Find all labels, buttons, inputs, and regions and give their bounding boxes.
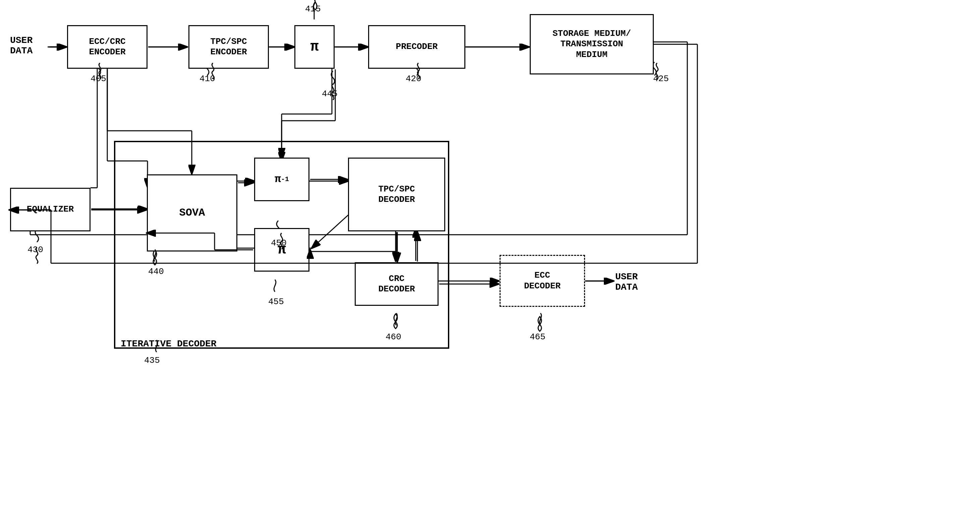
tpc-spc-decoder-box: TPC/SPCDECODER [348, 157, 445, 231]
ref-425: 425 [653, 74, 669, 84]
ecc-decoder-box: ECCDECODER [500, 255, 585, 307]
ref-440: 440 [148, 267, 164, 277]
ref-430: 430 [27, 245, 43, 255]
pi-inv-box: π-1 [254, 157, 309, 201]
ref-420: 420 [406, 74, 422, 84]
sova-box: SOVA [147, 174, 237, 251]
ecc-crc-encoder-box: ECC/CRCENCODER [67, 25, 148, 69]
ref-405: 405 [91, 74, 106, 84]
ref-415: 415 [305, 4, 321, 14]
precoder-box: PRECODER [368, 25, 465, 69]
ref-465: 465 [530, 332, 546, 342]
crc-decoder-box: CRCDECODER [355, 262, 439, 306]
ref-410: 410 [199, 74, 215, 84]
ref-460: 460 [385, 332, 401, 342]
tpc-spc-encoder-box: TPC/SPCENCODER [188, 25, 269, 69]
ref-450: 450 [271, 238, 286, 248]
ref-455: 455 [268, 297, 284, 307]
equalizer-box: EQUALIZER [10, 188, 91, 231]
iterative-decoder-label: ITERATIVE DECODER [121, 339, 216, 349]
user-data-out-label: USERDATA [615, 272, 638, 292]
ref-435: 435 [144, 356, 160, 366]
pi-encoder-box: π [294, 25, 335, 69]
user-data-in-label: USER DATA [10, 35, 47, 56]
ref-445: 445 [322, 89, 337, 99]
storage-medium-box: STORAGE MEDIUM/TRANSMISSIONMEDIUM [530, 14, 654, 75]
diagram: USER DATA ECC/CRCENCODER TPC/SPCENCODER … [0, 0, 980, 507]
pi-lower-box: π [254, 228, 309, 272]
